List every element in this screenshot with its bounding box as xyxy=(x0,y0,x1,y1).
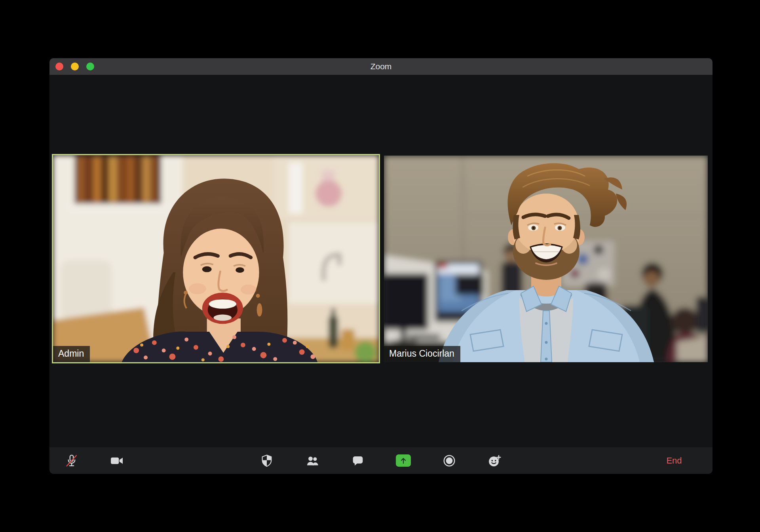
security-button[interactable] xyxy=(256,450,277,471)
participant-name-tag: Marius Ciocirlan xyxy=(384,346,460,362)
admin-video-feed xyxy=(53,155,379,362)
participant-name-tag: Admin xyxy=(53,346,90,362)
titlebar[interactable]: Zoom xyxy=(49,58,712,75)
participants-button[interactable] xyxy=(302,450,323,471)
mute-button[interactable] xyxy=(61,450,82,471)
chat-bubble-icon xyxy=(351,454,365,467)
share-screen-button[interactable] xyxy=(393,450,414,471)
meeting-toolbar: End Meeting xyxy=(49,447,712,474)
chat-button[interactable] xyxy=(347,450,369,471)
video-button[interactable] xyxy=(106,450,127,471)
participants-icon xyxy=(305,454,319,468)
microphone-muted-icon xyxy=(65,454,79,468)
end-meeting-button[interactable]: End Meeting xyxy=(655,447,694,474)
window-title: Zoom xyxy=(49,58,712,75)
video-grid: Admin xyxy=(49,75,712,447)
record-circle-icon xyxy=(442,454,456,468)
desktop: Zoom xyxy=(0,0,760,532)
reactions-button[interactable] xyxy=(484,450,505,471)
record-button[interactable] xyxy=(439,450,460,471)
share-screen-arrow-icon xyxy=(396,454,411,467)
zoom-window: Zoom xyxy=(49,58,712,474)
video-tile-admin[interactable]: Admin xyxy=(52,154,380,363)
video-camera-icon xyxy=(110,454,124,468)
reactions-smiley-icon xyxy=(487,454,502,468)
video-tile-marius[interactable]: Marius Ciocirlan xyxy=(384,156,708,362)
security-shield-icon xyxy=(260,454,274,467)
marius-video-feed xyxy=(384,156,708,362)
